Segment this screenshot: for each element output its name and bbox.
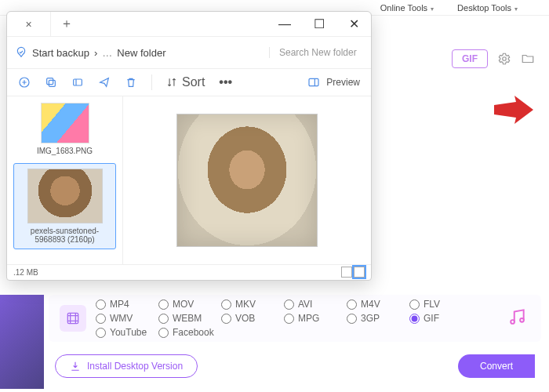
more-icon[interactable]: ••• bbox=[219, 75, 232, 89]
format-option-wmv[interactable]: WMV bbox=[96, 313, 157, 324]
thumbnail bbox=[41, 103, 89, 143]
view-mode-buttons[interactable] bbox=[340, 267, 365, 279]
preview-toggle-icon[interactable] bbox=[307, 76, 320, 89]
titlebar: × ＋ ― ☐ ✕ bbox=[7, 12, 371, 37]
convert-button[interactable]: Convert bbox=[458, 354, 535, 378]
file-name: IMG_1683.PNG bbox=[13, 147, 116, 155]
breadcrumb-ellipsis[interactable]: … bbox=[102, 47, 112, 59]
breadcrumb-folder[interactable]: New folder bbox=[117, 47, 165, 59]
chevron-right-icon: › bbox=[94, 47, 97, 59]
close-tab-button[interactable]: × bbox=[7, 12, 51, 36]
format-option-mkv[interactable]: MKV bbox=[221, 299, 282, 310]
file-item[interactable]: IMG_1683.PNG bbox=[13, 103, 116, 155]
format-option-3gp[interactable]: 3GP bbox=[347, 313, 408, 324]
sort-dropdown[interactable]: Sort bbox=[166, 75, 205, 89]
search-input[interactable]: Search New folder bbox=[269, 47, 363, 58]
close-window-button[interactable]: ✕ bbox=[336, 12, 371, 36]
gif-badge: GIF bbox=[452, 49, 488, 68]
svg-rect-2 bbox=[67, 313, 78, 323]
format-option-mpg[interactable]: MPG bbox=[284, 313, 345, 324]
toolbar: Sort ••• Preview bbox=[7, 68, 371, 96]
status-bar: .12 MB bbox=[7, 264, 371, 280]
svg-marker-1 bbox=[494, 96, 533, 124]
format-option-m4v[interactable]: M4V bbox=[347, 299, 408, 310]
svg-point-4 bbox=[520, 318, 524, 322]
menu-online-tools[interactable]: Online Tools bbox=[380, 3, 434, 13]
new-tab-button[interactable]: ＋ bbox=[51, 12, 82, 36]
preview-pane bbox=[123, 96, 371, 264]
file-size: .12 MB bbox=[13, 268, 38, 277]
format-option-webm[interactable]: WEBM bbox=[158, 313, 220, 324]
format-selector: MP4MOVMKVAVIM4VFLVWMVWEBMVOBMPG3GPGIFYou… bbox=[49, 295, 541, 342]
format-option-vob[interactable]: VOB bbox=[221, 313, 282, 324]
rename-icon[interactable] bbox=[71, 76, 84, 89]
svg-rect-7 bbox=[47, 78, 53, 85]
install-label: Install Desktop Version bbox=[87, 361, 183, 372]
format-option-mov[interactable]: MOV bbox=[158, 299, 220, 310]
svg-rect-9 bbox=[309, 78, 318, 85]
minimize-button[interactable]: ― bbox=[267, 12, 302, 36]
video-format-icon bbox=[60, 305, 86, 332]
svg-point-0 bbox=[503, 57, 507, 61]
delete-icon[interactable] bbox=[125, 76, 137, 89]
callout-arrow bbox=[494, 94, 533, 125]
svg-rect-8 bbox=[74, 79, 82, 85]
format-option-gif[interactable]: GIF bbox=[409, 313, 471, 324]
preview-label: Preview bbox=[326, 77, 360, 88]
audio-format-icon[interactable] bbox=[507, 307, 530, 330]
new-item-icon[interactable] bbox=[18, 76, 31, 89]
format-option-facebook[interactable]: Facebook bbox=[158, 327, 220, 338]
gear-icon[interactable] bbox=[497, 52, 511, 66]
svg-point-3 bbox=[511, 320, 514, 324]
preview-image bbox=[176, 114, 318, 247]
file-explorer-window: × ＋ ― ☐ ✕ Start backup › … New folder Se… bbox=[6, 11, 372, 281]
sort-label: Sort bbox=[182, 75, 205, 89]
breadcrumb-root[interactable]: Start backup bbox=[32, 47, 89, 59]
file-name: pexels-sunsetoned-5968893 (2160p) bbox=[16, 227, 114, 244]
share-icon[interactable] bbox=[98, 76, 111, 89]
file-list[interactable]: IMG_1683.PNG pexels-sunsetoned-5968893 (… bbox=[7, 96, 123, 264]
folder-icon[interactable] bbox=[521, 52, 535, 66]
thumbnail bbox=[27, 169, 103, 223]
format-option-mp4[interactable]: MP4 bbox=[96, 299, 157, 310]
maximize-button[interactable]: ☐ bbox=[302, 12, 336, 36]
format-option-flv[interactable]: FLV bbox=[409, 299, 471, 310]
file-item-selected[interactable]: pexels-sunsetoned-5968893 (2160p) bbox=[13, 163, 116, 249]
address-bar[interactable]: Start backup › … New folder Search New f… bbox=[7, 37, 371, 68]
install-desktop-button[interactable]: Install Desktop Version bbox=[55, 354, 198, 378]
format-option-avi[interactable]: AVI bbox=[284, 299, 345, 310]
menu-desktop-tools[interactable]: Desktop Tools bbox=[457, 3, 518, 13]
left-promo-panel bbox=[0, 295, 44, 389]
format-option-youtube[interactable]: YouTube bbox=[96, 327, 157, 338]
svg-rect-6 bbox=[49, 80, 55, 86]
copy-icon[interactable] bbox=[45, 76, 57, 89]
